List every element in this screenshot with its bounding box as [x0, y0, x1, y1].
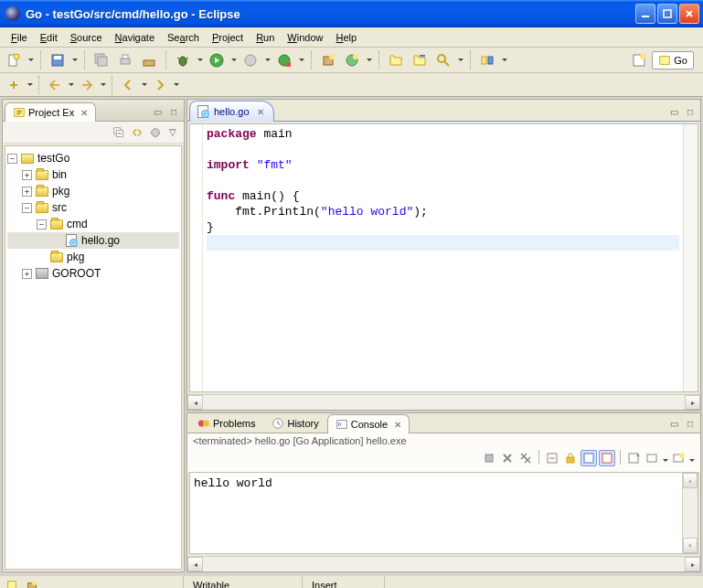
maximize-button[interactable]: [657, 4, 677, 24]
terminate-button[interactable]: [481, 450, 497, 466]
collapse-all-button[interactable]: [111, 124, 127, 141]
bottom-maximize-button[interactable]: □: [683, 416, 698, 431]
tree-node-src[interactable]: −src: [7, 199, 179, 216]
open-task-button[interactable]: [410, 50, 430, 70]
prev-annotation-button[interactable]: [45, 75, 65, 95]
prev-dropdown[interactable]: [68, 75, 74, 95]
console-scroll-right[interactable]: ▸: [685, 557, 700, 572]
open-type-button[interactable]: [386, 50, 406, 70]
scroll-right-button[interactable]: ▸: [685, 395, 700, 410]
external-dropdown[interactable]: [298, 50, 304, 70]
project-tree[interactable]: −testGo +bin +pkg −src −cmd hello.go pkg…: [5, 145, 182, 570]
new-type-dropdown[interactable]: [366, 50, 372, 70]
perspective-go[interactable]: Go: [652, 51, 694, 69]
search-button[interactable]: [433, 50, 453, 70]
console-scroll-left[interactable]: ◂: [187, 557, 203, 572]
tree-node-goroot[interactable]: +GOROOT: [7, 265, 179, 282]
minimize-button[interactable]: [635, 4, 655, 24]
editor-tab-hello[interactable]: hello.go ✕: [189, 101, 274, 122]
bottom-minimize-button[interactable]: ▭: [666, 416, 681, 431]
print-button[interactable]: [115, 50, 135, 70]
save-all-button[interactable]: [91, 50, 112, 70]
editor-minimize-button[interactable]: ▭: [666, 104, 681, 119]
editor-maximize-button[interactable]: □: [683, 104, 698, 119]
display-console-button[interactable]: [644, 450, 660, 466]
display-dropdown[interactable]: [662, 450, 668, 470]
open-console-button[interactable]: [670, 450, 687, 466]
editor-hscrollbar[interactable]: ◂ ▸: [187, 394, 700, 410]
new-type-button[interactable]: [342, 50, 362, 70]
back-button[interactable]: [118, 75, 138, 95]
overview-ruler[interactable]: [683, 124, 698, 391]
next-annotation-button[interactable]: [77, 75, 97, 95]
editor-gutter[interactable]: [190, 124, 203, 391]
tab-problems[interactable]: Problems: [189, 413, 263, 433]
mark-dropdown[interactable]: [27, 75, 33, 95]
debug-dropdown[interactable]: [197, 50, 203, 70]
close-button[interactable]: [679, 4, 699, 24]
tree-node-project[interactable]: −testGo: [7, 150, 179, 166]
tree-node-bin[interactable]: +bin: [7, 166, 179, 183]
minimize-view-button[interactable]: ▭: [150, 104, 165, 119]
code-content[interactable]: package main import "fmt" func main() { …: [203, 124, 683, 391]
menu-run[interactable]: Run: [250, 30, 280, 45]
menu-window[interactable]: Window: [282, 30, 328, 45]
pin-console-button[interactable]: [625, 450, 642, 466]
editor-tab-close[interactable]: ✕: [257, 107, 264, 117]
open-perspective-button[interactable]: [629, 50, 649, 70]
tab-history[interactable]: History: [263, 413, 326, 433]
code-editor[interactable]: package main import "fmt" func main() { …: [189, 123, 698, 392]
remove-all-button[interactable]: [517, 450, 534, 466]
tree-node-pkg[interactable]: +pkg: [7, 183, 179, 199]
filter-icon[interactable]: [5, 579, 18, 588]
breadcrumb-dropdown[interactable]: [501, 50, 507, 70]
view-menu-button[interactable]: ▽: [165, 125, 180, 140]
tab-console[interactable]: Console✕: [327, 414, 410, 433]
console-output[interactable]: hello world ▴ ▾: [189, 472, 698, 554]
tree-node-cmd[interactable]: −cmd: [7, 216, 179, 232]
menu-help[interactable]: Help: [331, 30, 363, 45]
remove-launch-button[interactable]: [499, 450, 516, 466]
focus-task-button[interactable]: [147, 124, 164, 141]
tree-node-src-pkg[interactable]: pkg: [7, 249, 179, 265]
menu-project[interactable]: Project: [207, 30, 249, 45]
new-button[interactable]: [4, 50, 24, 70]
run-last-dropdown[interactable]: [264, 50, 271, 70]
run-last-button[interactable]: [240, 50, 261, 70]
save-button[interactable]: [48, 50, 68, 70]
tree-node-hello[interactable]: hello.go: [7, 232, 179, 249]
show-console-on-err-button[interactable]: [599, 450, 615, 466]
project-explorer-tab[interactable]: Project Ex ✕: [5, 102, 96, 122]
forward-dropdown[interactable]: [173, 75, 179, 95]
external-tools-button[interactable]: [274, 50, 294, 70]
clear-console-button[interactable]: [544, 450, 560, 466]
console-scroll-up[interactable]: ▴: [683, 473, 698, 488]
menu-navigate[interactable]: Navigate: [110, 30, 160, 45]
console-vscrollbar[interactable]: ▴ ▾: [682, 473, 698, 553]
next-dropdown[interactable]: [100, 75, 106, 95]
menu-edit[interactable]: Edit: [35, 30, 63, 45]
new-dropdown[interactable]: [27, 50, 34, 70]
search-dropdown[interactable]: [457, 50, 463, 70]
link-editor-button[interactable]: [129, 124, 145, 141]
back-dropdown[interactable]: [141, 75, 147, 95]
console-tab-close[interactable]: ✕: [394, 420, 401, 430]
scroll-lock-button[interactable]: [562, 450, 579, 466]
tab-close-icon[interactable]: ✕: [80, 108, 88, 118]
open-console-dropdown[interactable]: [688, 450, 695, 470]
maximize-view-button[interactable]: □: [166, 104, 181, 119]
new-package-button[interactable]: [318, 50, 338, 70]
scroll-left-button[interactable]: ◂: [187, 395, 203, 410]
toggle-breadcrumb-button[interactable]: [477, 50, 497, 70]
console-hscrollbar[interactable]: ◂ ▸: [187, 556, 700, 572]
tasks-icon[interactable]: [26, 579, 38, 588]
menu-search[interactable]: Search: [162, 30, 205, 45]
debug-button[interactable]: [173, 50, 193, 70]
run-button[interactable]: [207, 50, 227, 70]
forward-button[interactable]: [150, 75, 170, 95]
save-dropdown[interactable]: [71, 50, 78, 70]
run-dropdown[interactable]: [230, 50, 237, 70]
toggle-mark-button[interactable]: [4, 75, 24, 95]
menu-file[interactable]: File: [5, 30, 33, 45]
show-console-on-out-button[interactable]: [581, 450, 597, 466]
